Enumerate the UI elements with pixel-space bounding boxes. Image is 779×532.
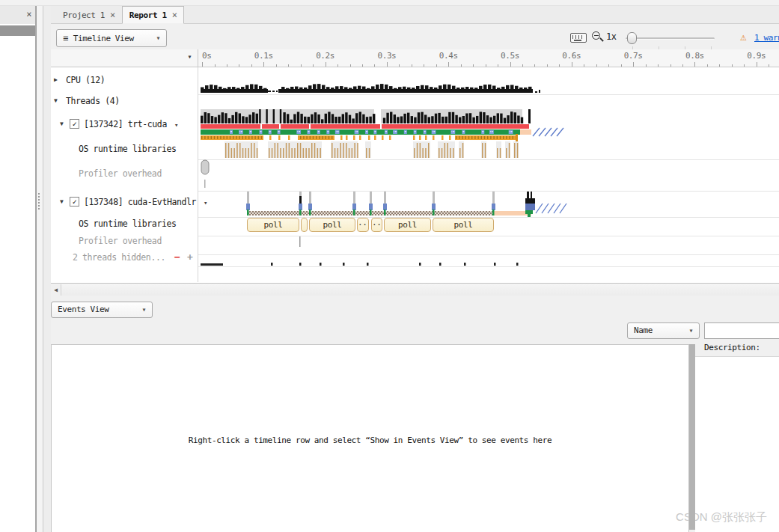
ruler-tick [412,64,412,67]
ruler-tick [326,62,326,67]
expand-arrow-icon[interactable]: ▶ [54,76,57,83]
side-panel-header: × [0,6,35,24]
ruler-tick [534,64,535,67]
timeline-span-poll[interactable]: poll [309,218,355,232]
zoom-out-icon[interactable] [592,31,604,43]
ruler-tick [608,64,609,67]
ruler-tick [362,64,363,67]
ruler-tick [707,64,708,67]
tree-row-profiler-overhead[interactable]: Profiler overhead [51,236,198,247]
events-empty-area: Right-click a timeline row and select “S… [51,344,689,532]
ruler-tick [670,64,671,67]
filter-input[interactable] [704,322,779,339]
chevron-down-icon[interactable]: ▾ [187,52,192,61]
ruler-tick [215,64,216,67]
thread-checkbox[interactable]: ✓ [70,119,79,129]
timeline-tree: ▶ CPU (12)▼ Threads (4)▼ ✓ [137342] trt-… [51,67,198,282]
tree-row-2-threads-hidden[interactable]: 2 threads hidden... − + [51,252,198,263]
zoom-slider[interactable] [626,30,715,49]
slider-track[interactable] [626,37,715,40]
timeline-tree-header[interactable]: ▾ [51,49,198,67]
description-label: Description: [704,343,760,352]
warnings-link[interactable]: 1 warning [754,33,779,43]
ruler-tick [263,62,264,67]
tab-project-1[interactable]: Project 1 × [56,6,122,24]
ruler-tick [313,64,314,67]
ruler-tick [448,62,449,67]
tree-row-label: OS runtime libraries [79,218,176,229]
tree-row-137348-cuda-evthandlr[interactable]: ▼ ✓ [137348] cuda-EvtHandlr▾ [51,197,198,208]
collapse-arrow-icon[interactable]: ▼ [60,198,63,205]
tab-report-1[interactable]: Report 1 × [122,6,185,24]
thread-checkbox[interactable]: ✓ [70,197,79,207]
ruler-tick [621,64,622,67]
tree-row-cpu-12[interactable]: ▶ CPU (12) [51,75,198,86]
slider-thumb[interactable] [627,32,637,44]
events-splitter[interactable] [689,344,695,530]
splitter-grip-icon [38,193,40,210]
ruler-tick [584,64,584,67]
report-toolbar: ≡Timeline View ▾ 1x ⚠ 1 warning [51,24,779,49]
collapse-arrow-icon[interactable]: ▼ [60,120,63,127]
close-icon[interactable]: × [172,7,177,24]
ruler-tick [498,64,498,67]
hide-rows-button[interactable]: − [174,251,180,263]
filter-field-selector[interactable]: Name ▾ [627,322,700,339]
tree-row-label: Profiler overhead [79,236,162,246]
ruler-tick [337,64,338,67]
ruler-tick [473,64,474,67]
timeline-view-selector[interactable]: ≡Timeline View ▾ [56,29,167,47]
ruler-tick [399,64,400,67]
timeline-span-poll[interactable]: poll [433,218,494,232]
tree-row-label: OS runtime libraries [79,144,176,154]
events-view-selector[interactable]: Events View ▾ [51,302,153,318]
events-empty-message: Right-click a timeline row and select “S… [52,435,688,445]
timeline-canvas[interactable]: pollpoll······pollpoll [198,67,779,282]
document-tabbar: Project 1 × Report 1 × [51,6,779,24]
chevron-down-icon[interactable]: ▾ [174,121,178,129]
tree-row-threads-4[interactable]: ▼ Threads (4) [51,96,198,107]
ruler-label: 0.5s [501,51,519,61]
close-icon[interactable]: × [110,7,115,24]
tree-row-label: Profiler overhead [79,168,162,179]
timeline-span-poll[interactable]: poll [247,218,299,232]
ruler-tick [374,64,375,67]
panel-splitter[interactable] [36,6,51,532]
side-panel-selected-item[interactable] [0,25,35,36]
keyboard-spacebar [574,40,581,41]
tree-row-profiler-overhead[interactable]: Profiler overhead [51,168,198,180]
keyboard-shortcuts-icon[interactable] [570,33,587,43]
timeline-span-collapsed[interactable]: ··· [371,218,382,232]
timeline-span-collapsed[interactable]: ··· [357,218,369,232]
tree-row-137342-trt-cuda[interactable]: ▼ ✓ [137342] trt-cuda▾ [51,119,198,130]
tree-row-os-runtime-libraries[interactable]: OS runtime libraries [51,144,198,155]
tab-label: Project 1 [63,7,105,24]
view-selector-label: Timeline View [73,34,134,43]
ruler-tick [436,64,437,67]
ruler-tick [301,64,302,67]
chevron-down-icon: ▾ [156,30,160,46]
timeline-body: ▶ CPU (12)▼ Threads (4)▼ ✓ [137342] trt-… [51,67,779,282]
timeline-span-poll[interactable]: poll [384,218,431,232]
close-icon[interactable]: × [26,9,31,19]
zoom-level: 1x [606,31,617,42]
show-rows-button[interactable]: + [187,251,192,263]
ruler-tick [461,64,462,67]
description-panel [695,356,779,532]
keyboard-keys [572,35,584,39]
ruler-label: 0.4s [439,51,458,61]
scroll-left-button[interactable]: ◀ [51,284,61,296]
magnifier-minus [594,35,599,37]
magnifier-handle [599,37,604,42]
timeline-span-collapsed[interactable] [301,218,308,232]
ruler-tick [486,64,486,67]
filter-field-label: Name [634,325,653,335]
tree-row-label: 2 threads hidden... [73,252,165,263]
window-top-strip [0,0,779,6]
ruler-tick [350,64,351,67]
timeline-horizontal-scrollbar[interactable]: ◀ [51,283,779,296]
collapse-arrow-icon[interactable]: ▼ [54,97,57,104]
menu-icon: ≡ [63,33,68,43]
timeline-ruler[interactable]: 0s0.1s0.2s0.3s0.4s0.5s0.6s0.7s0.8s0.9s [198,49,779,67]
tree-row-os-runtime-libraries[interactable]: OS runtime libraries [51,218,198,230]
